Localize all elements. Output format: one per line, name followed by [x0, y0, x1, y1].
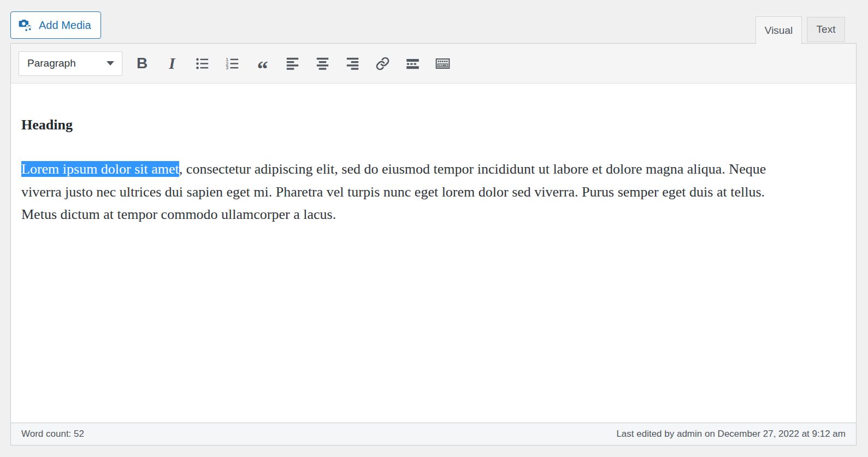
bold-icon: B [137, 56, 147, 71]
bold-button[interactable]: B [131, 52, 153, 74]
insert-read-more-button[interactable] [401, 52, 423, 74]
selected-text: Lorem ipsum dolor sit amet [21, 161, 179, 177]
align-left-icon [285, 56, 300, 71]
italic-icon: I [169, 56, 175, 72]
align-left-button[interactable] [281, 52, 303, 74]
svg-text:“: “ [257, 57, 268, 71]
content-heading: Heading [21, 116, 845, 134]
last-edited: Last edited by admin on December 27, 202… [616, 429, 846, 440]
editor-statusbar: Word count: 52 Last edited by admin on D… [11, 423, 856, 445]
paragraph-format-select[interactable]: Paragraph [19, 51, 122, 76]
align-center-icon [315, 56, 330, 71]
read-more-tag-icon [405, 56, 420, 71]
numbered-list-icon: 1 2 3 [225, 56, 240, 71]
content-paragraph: Lorem ipsum dolor sit amet, consectetur … [21, 158, 787, 226]
add-media-label: Add Media [39, 19, 91, 32]
media-camera-note-icon [18, 18, 33, 33]
word-count: Word count: 52 [21, 429, 84, 440]
format-select-value: Paragraph [27, 57, 76, 69]
tab-text[interactable]: Text [807, 17, 845, 42]
toolbar-toggle-button[interactable] [432, 52, 453, 74]
italic-button[interactable]: I [161, 52, 183, 74]
insert-link-button[interactable] [371, 52, 393, 74]
editor-frame: Paragraph B I 1 2 3 “ [10, 43, 857, 446]
chevron-down-icon [107, 61, 114, 66]
blockquote-button[interactable]: “ [251, 52, 273, 74]
align-right-button[interactable] [341, 52, 363, 74]
align-right-icon [345, 56, 360, 71]
svg-text:3: 3 [226, 65, 228, 70]
bulleted-list-button[interactable] [191, 52, 213, 74]
align-center-button[interactable] [311, 52, 333, 74]
tab-visual[interactable]: Visual [755, 16, 802, 44]
editor-canvas[interactable]: Heading Lorem ipsum dolor sit amet, cons… [11, 84, 856, 423]
bulleted-list-icon [195, 56, 210, 71]
add-media-button[interactable]: Add Media [10, 11, 101, 39]
editor-toolbar: Paragraph B I 1 2 3 “ [11, 44, 856, 84]
keyboard-icon [435, 56, 450, 71]
blockquote-icon: “ [255, 56, 270, 71]
link-icon [375, 56, 390, 71]
numbered-list-button[interactable]: 1 2 3 [221, 52, 243, 74]
tab-text-label: Text [817, 23, 836, 35]
tab-visual-label: Visual [765, 25, 793, 37]
